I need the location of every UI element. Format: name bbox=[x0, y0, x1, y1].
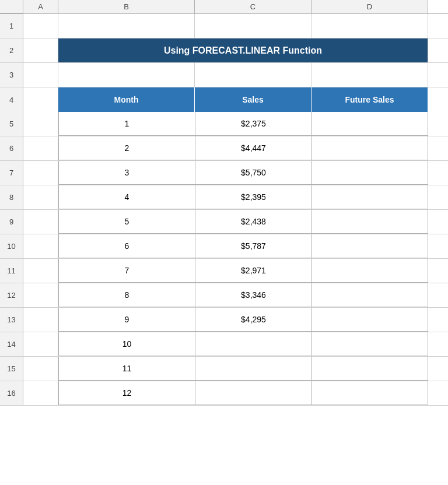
cell-future-sales-10[interactable] bbox=[312, 234, 428, 258]
cell-sales-12[interactable]: $3,346 bbox=[195, 283, 312, 307]
cell-month-11[interactable]: 7 bbox=[58, 259, 195, 283]
cell-month-5[interactable]: 1 bbox=[58, 112, 195, 136]
cell-sales-6[interactable]: $4,447 bbox=[195, 136, 312, 160]
row-num-9: 9 bbox=[0, 210, 23, 234]
cell-a5[interactable] bbox=[23, 112, 58, 136]
cell-future-sales-6[interactable] bbox=[312, 136, 428, 160]
row-num-7: 7 bbox=[0, 161, 23, 185]
cell-sales-10[interactable]: $5,787 bbox=[195, 234, 312, 258]
cell-future-sales-14[interactable] bbox=[312, 332, 428, 356]
cell-a13[interactable] bbox=[23, 308, 58, 332]
cell-sales-8[interactable]: $2,395 bbox=[195, 185, 312, 209]
cell-a9[interactable] bbox=[23, 210, 58, 234]
cell-sales-13[interactable]: $4,295 bbox=[195, 308, 312, 332]
cell-month-14[interactable]: 10 bbox=[58, 332, 195, 356]
cell-a1[interactable] bbox=[23, 14, 58, 38]
cell-a16[interactable] bbox=[23, 381, 58, 405]
col-header-b: B bbox=[58, 0, 195, 13]
cell-b3[interactable] bbox=[58, 63, 195, 87]
spreadsheet: A B C D 1 2 Using FORECAST.LINEAR Functi… bbox=[0, 0, 448, 485]
row-num-3: 3 bbox=[0, 63, 23, 87]
cell-sales-11[interactable]: $2,971 bbox=[195, 259, 312, 283]
row-num-13: 13 bbox=[0, 308, 23, 332]
cell-future-sales-11[interactable] bbox=[312, 259, 428, 283]
header-month: Month bbox=[58, 87, 195, 112]
cell-future-sales-16[interactable] bbox=[312, 381, 428, 405]
col-header-a: A bbox=[23, 0, 58, 13]
row-4: 4 Month Sales Future Sales bbox=[0, 87, 448, 112]
row-num-16: 16 bbox=[0, 381, 23, 405]
row-8: 8 4 $2,395 bbox=[0, 185, 448, 210]
cell-sales-9[interactable]: $2,438 bbox=[195, 210, 312, 234]
row-7: 7 3 $5,750 bbox=[0, 161, 448, 185]
title-cell: Using FORECAST.LINEAR Function bbox=[58, 38, 428, 62]
cell-future-sales-12[interactable] bbox=[312, 283, 428, 307]
row-9: 9 5 $2,438 bbox=[0, 210, 448, 234]
cell-a4[interactable] bbox=[23, 87, 58, 112]
spreadsheet-grid: 1 2 Using FORECAST.LINEAR Function 3 4 M… bbox=[0, 14, 448, 112]
col-header-d: D bbox=[312, 0, 428, 13]
row-1: 1 bbox=[0, 14, 448, 38]
cell-a7[interactable] bbox=[23, 161, 58, 185]
row-num-2: 2 bbox=[0, 38, 23, 62]
cell-future-sales-8[interactable] bbox=[312, 185, 428, 209]
cell-a3[interactable] bbox=[23, 63, 58, 87]
header-sales: Sales bbox=[195, 87, 312, 112]
cell-a11[interactable] bbox=[23, 259, 58, 283]
row-16: 16 12 bbox=[0, 381, 448, 406]
row-13: 13 9 $4,295 bbox=[0, 308, 448, 332]
cell-month-8[interactable]: 4 bbox=[58, 185, 195, 209]
cell-a6[interactable] bbox=[23, 136, 58, 160]
row-2: 2 Using FORECAST.LINEAR Function bbox=[0, 38, 448, 63]
cell-month-6[interactable]: 2 bbox=[58, 136, 195, 160]
cell-sales-7[interactable]: $5,750 bbox=[195, 161, 312, 185]
column-headers: A B C D bbox=[0, 0, 448, 14]
cell-b1[interactable] bbox=[58, 14, 195, 38]
cell-future-sales-9[interactable] bbox=[312, 210, 428, 234]
cell-future-sales-13[interactable] bbox=[312, 308, 428, 332]
cell-d1[interactable] bbox=[312, 14, 428, 38]
cell-sales-15[interactable] bbox=[195, 357, 312, 381]
cell-a15[interactable] bbox=[23, 357, 58, 381]
cell-future-sales-15[interactable] bbox=[312, 357, 428, 381]
cell-c3[interactable] bbox=[195, 63, 312, 87]
row-14: 14 10 bbox=[0, 332, 448, 357]
row-5: 5 1 $2,375 bbox=[0, 112, 448, 136]
row-num-1: 1 bbox=[0, 14, 23, 38]
cell-month-12[interactable]: 8 bbox=[58, 283, 195, 307]
row-num-10: 10 bbox=[0, 234, 23, 258]
row-num-5: 5 bbox=[0, 112, 23, 136]
cell-month-13[interactable]: 9 bbox=[58, 308, 195, 332]
row-num-15: 15 bbox=[0, 357, 23, 381]
cell-d3[interactable] bbox=[312, 63, 428, 87]
cell-a10[interactable] bbox=[23, 234, 58, 258]
col-header-c: C bbox=[195, 0, 312, 13]
row-6: 6 2 $4,447 bbox=[0, 136, 448, 161]
cell-sales-14[interactable] bbox=[195, 332, 312, 356]
cell-future-sales-5[interactable] bbox=[312, 112, 428, 136]
cell-month-15[interactable]: 11 bbox=[58, 357, 195, 381]
row-num-12: 12 bbox=[0, 283, 23, 307]
row-3: 3 bbox=[0, 63, 448, 87]
cell-sales-5[interactable]: $2,375 bbox=[195, 112, 312, 136]
cell-a12[interactable] bbox=[23, 283, 58, 307]
cell-month-9[interactable]: 5 bbox=[58, 210, 195, 234]
data-rows: 5 1 $2,375 6 2 $4,447 7 3 $5,750 8 4 $2,… bbox=[0, 112, 448, 406]
header-future-sales: Future Sales bbox=[312, 87, 428, 112]
row-num-6: 6 bbox=[0, 136, 23, 160]
cell-a14[interactable] bbox=[23, 332, 58, 356]
corner-cell bbox=[0, 0, 23, 13]
cell-month-16[interactable]: 12 bbox=[58, 381, 195, 405]
cell-a2[interactable] bbox=[23, 38, 58, 62]
row-12: 12 8 $3,346 bbox=[0, 283, 448, 308]
cell-sales-16[interactable] bbox=[195, 381, 312, 405]
cell-month-10[interactable]: 6 bbox=[58, 234, 195, 258]
cell-month-7[interactable]: 3 bbox=[58, 161, 195, 185]
cell-a8[interactable] bbox=[23, 185, 58, 209]
cell-c1[interactable] bbox=[195, 14, 312, 38]
cell-future-sales-7[interactable] bbox=[312, 161, 428, 185]
row-num-8: 8 bbox=[0, 185, 23, 209]
row-num-11: 11 bbox=[0, 259, 23, 283]
row-11: 11 7 $2,971 bbox=[0, 259, 448, 283]
row-10: 10 6 $5,787 bbox=[0, 234, 448, 259]
